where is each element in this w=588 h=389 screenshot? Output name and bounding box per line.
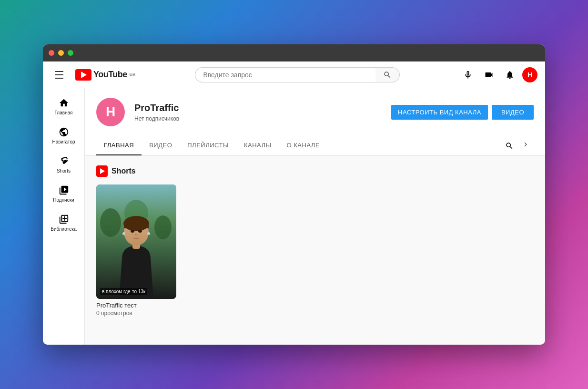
close-button[interactable] xyxy=(49,50,54,56)
shorts-play-triangle xyxy=(100,168,105,174)
play-triangle-icon xyxy=(81,72,87,78)
channel-name: ProTraffic xyxy=(134,102,382,113)
svg-point-7 xyxy=(131,230,134,233)
create-icon xyxy=(484,70,494,80)
youtube-logo-icon xyxy=(75,69,91,81)
youtube-header: YouTubeUA xyxy=(43,61,545,88)
svg-point-1 xyxy=(100,208,121,237)
shorts-section-title: Shorts xyxy=(112,167,136,175)
create-button[interactable] xyxy=(480,66,497,83)
svg-point-8 xyxy=(138,230,142,233)
search-input[interactable] xyxy=(195,67,375,82)
tab-playlists[interactable]: ПЛЕЙЛИСТЫ xyxy=(180,136,236,155)
mic-button[interactable] xyxy=(459,66,476,83)
sidebar-explore-label: Навигатор xyxy=(52,139,75,144)
svg-point-9 xyxy=(122,232,125,235)
sidebar-home-label: Главная xyxy=(54,110,72,115)
channel-tabs: ГЛАВНАЯ ВИДЕО ПЛЕЙЛИСТЫ КАНАЛЫ О КАНАЛЕ xyxy=(96,136,534,155)
video-title: ProTraffic тест xyxy=(96,302,176,309)
shorts-section-icon xyxy=(96,165,108,177)
header-actions: H xyxy=(459,66,537,83)
tab-about[interactable]: О КАНАЛЕ xyxy=(279,136,328,155)
compass-icon xyxy=(59,127,69,137)
user-avatar[interactable]: H xyxy=(522,67,537,82)
video-views: 0 просмотров xyxy=(96,310,176,317)
sidebar: Главная Навигатор xyxy=(43,88,85,345)
shorts-sidebar-icon xyxy=(59,156,69,166)
customize-channel-button[interactable]: НАСТРОИТЬ ВИД КАНАЛА xyxy=(391,105,488,120)
main-content: H ProTraffic Нет подписчиков НАСТРОИТЬ В… xyxy=(85,88,545,345)
subscriptions-icon xyxy=(59,185,69,195)
main-layout: Главная Навигатор xyxy=(43,88,545,345)
video-thumbnail: в плохом где-то 13к xyxy=(96,184,176,299)
notifications-button[interactable] xyxy=(501,66,518,83)
sidebar-item-shorts[interactable]: Shorts xyxy=(47,150,81,179)
video-meta: ProTraffic тест 0 просмотров xyxy=(96,299,176,319)
home-icon xyxy=(59,98,69,108)
channel-info: H ProTraffic Нет подписчиков НАСТРОИТЬ В… xyxy=(96,98,534,136)
hamburger-icon xyxy=(53,69,65,81)
shorts-section-header: Shorts xyxy=(96,165,534,177)
maximize-button[interactable] xyxy=(68,50,73,56)
tab-search-button[interactable] xyxy=(501,138,517,154)
channel-avatar: H xyxy=(96,98,125,126)
youtube-wordmark: YouTube xyxy=(93,70,127,80)
menu-button[interactable] xyxy=(51,66,68,83)
sidebar-item-subscriptions[interactable]: Подписки xyxy=(47,179,81,208)
mic-icon xyxy=(463,70,473,80)
search-icon xyxy=(383,71,392,79)
search-button[interactable] xyxy=(375,67,400,82)
search-container xyxy=(195,67,400,82)
library-icon xyxy=(59,214,69,225)
thumbnail-image xyxy=(96,184,176,299)
svg-point-2 xyxy=(154,215,172,239)
sidebar-subscriptions-label: Подписки xyxy=(53,197,74,203)
sidebar-library-label: Библиотека xyxy=(51,226,76,232)
thumbnail-text-overlay: в плохом где-то 13к xyxy=(100,288,147,295)
video-card[interactable]: в плохом где-то 13к ProTraffic тест 0 пр… xyxy=(96,184,176,319)
channel-content: Shorts xyxy=(85,156,545,329)
channel-actions: НАСТРОИТЬ ВИД КАНАЛА ВИДЕО xyxy=(391,105,534,120)
browser-content: YouTubeUA xyxy=(43,61,545,345)
tab-channels[interactable]: КАНАЛЫ xyxy=(236,136,279,155)
thumbnail-svg xyxy=(96,184,176,299)
bell-icon xyxy=(505,70,515,80)
channel-meta: ProTraffic Нет подписчиков xyxy=(134,102,382,122)
youtube-logo[interactable]: YouTubeUA xyxy=(75,69,136,81)
channel-header: H ProTraffic Нет подписчиков НАСТРОИТЬ В… xyxy=(85,88,545,156)
sidebar-shorts-label: Shorts xyxy=(57,168,71,174)
browser-titlebar xyxy=(43,44,545,61)
sidebar-item-home[interactable]: Главная xyxy=(47,92,81,121)
video-button[interactable]: ВИДЕО xyxy=(492,105,534,120)
tab-more-button[interactable] xyxy=(517,136,534,155)
sidebar-item-library[interactable]: Библиотека xyxy=(47,208,81,237)
svg-point-10 xyxy=(147,232,150,235)
tab-search-icon xyxy=(505,142,514,150)
tab-videos[interactable]: ВИДЕО xyxy=(142,136,180,155)
tab-home[interactable]: ГЛАВНАЯ xyxy=(96,136,142,155)
sidebar-item-explore[interactable]: Навигатор xyxy=(47,121,81,150)
youtube-country-code: UA xyxy=(130,72,136,77)
minimize-button[interactable] xyxy=(58,50,64,56)
channel-subscribers: Нет подписчиков xyxy=(134,115,382,122)
chevron-right-icon xyxy=(521,140,530,149)
